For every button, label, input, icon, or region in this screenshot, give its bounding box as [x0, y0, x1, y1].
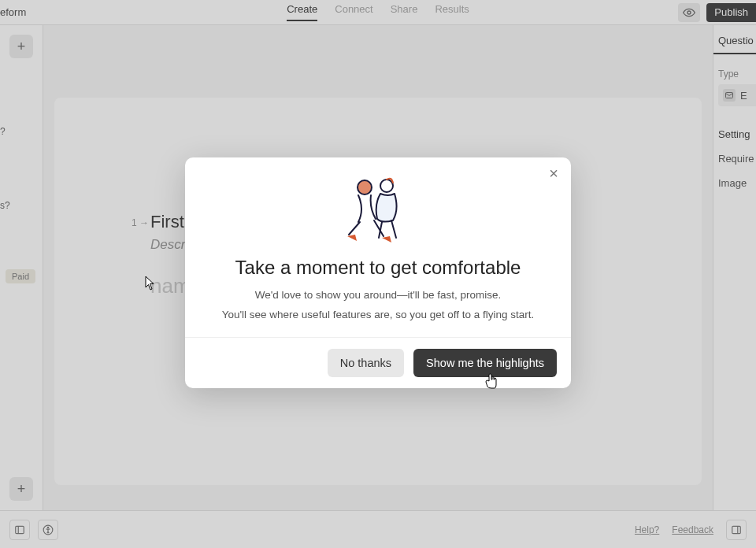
modal-actions: No thanks Show me the highlights	[185, 337, 571, 388]
cursor-pointer-icon	[485, 373, 498, 389]
no-thanks-button[interactable]: No thanks	[328, 349, 404, 377]
modal-body-2: You'll see where useful features are, so…	[207, 308, 549, 323]
cursor-arrow-icon	[145, 276, 156, 291]
svg-point-8	[358, 180, 372, 194]
modal-title: Take a moment to get comfortable	[204, 257, 552, 279]
modal-body-1: We'd love to show you around—it'll be fa…	[207, 288, 549, 303]
close-icon: ×	[549, 165, 558, 183]
modal-close-button[interactable]: ×	[544, 164, 563, 183]
svg-point-9	[380, 180, 393, 192]
onboarding-modal: × Take a moment to get comfortab	[185, 157, 571, 388]
modal-illustration	[185, 157, 571, 250]
